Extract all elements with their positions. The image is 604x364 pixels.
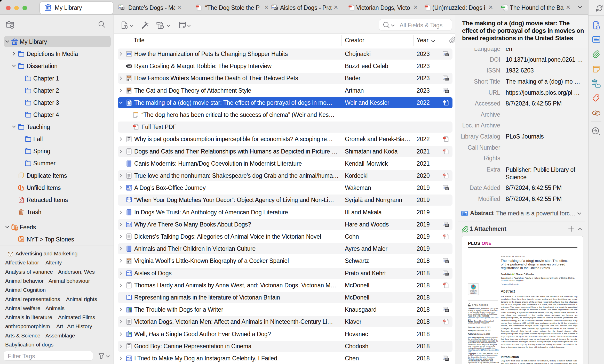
svg-text:updates: updates xyxy=(470,292,476,294)
svg-text:Check for: Check for xyxy=(470,290,477,292)
